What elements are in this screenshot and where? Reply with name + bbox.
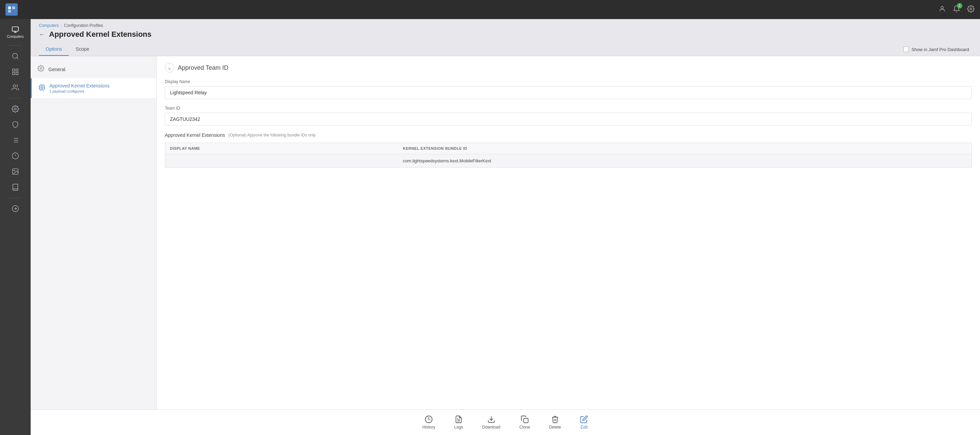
- general-item-info: General: [48, 67, 65, 72]
- svg-rect-10: [13, 69, 14, 71]
- app-logo: [5, 3, 18, 16]
- svg-point-15: [14, 108, 16, 110]
- ke-section-label: Approved Kernel Extensions (Optional) Ap…: [165, 132, 972, 138]
- tabs: Options Scope: [39, 43, 96, 56]
- tab-bar: Options Scope Show in Jamf Pro Dashboard: [39, 43, 972, 56]
- main-layout: Computers: [0, 19, 980, 435]
- svg-rect-1: [12, 6, 15, 9]
- svg-point-8: [13, 54, 18, 59]
- sidebar-item-updates[interactable]: [0, 149, 31, 162]
- cell-bundle-id: com.lightspeedsystems.kext.MobileFilterK…: [398, 154, 972, 168]
- delete-button[interactable]: Delete: [547, 414, 564, 431]
- team-id-input[interactable]: [165, 113, 972, 125]
- download-label: Download: [482, 425, 500, 430]
- sidebar-item-inventory[interactable]: [0, 65, 31, 78]
- display-name-field-group: Display Name: [165, 79, 972, 99]
- svg-point-3: [941, 6, 943, 8]
- logs-label: Logs: [454, 425, 463, 430]
- kernel-ext-icon: [38, 84, 45, 92]
- history-button[interactable]: History: [420, 414, 438, 431]
- svg-rect-31: [41, 86, 43, 88]
- ke-optional: (Optional) Approve the following bundle …: [229, 133, 316, 138]
- sidebar-item-security[interactable]: [0, 118, 31, 131]
- page-title: Approved Kernel Extensions: [49, 30, 151, 39]
- edit-label: Edit: [581, 425, 588, 430]
- svg-rect-2: [8, 10, 11, 13]
- sidebar-item-computers[interactable]: Computers: [0, 23, 31, 41]
- sidebar-item-computers-label: Computers: [7, 35, 24, 38]
- sidebar-item-logout[interactable]: [0, 202, 31, 215]
- svg-rect-11: [16, 69, 18, 71]
- logs-button[interactable]: Logs: [452, 414, 466, 431]
- breadcrumb-separator: :: [61, 23, 62, 28]
- display-name-label: Display Name: [165, 79, 972, 84]
- svg-point-14: [13, 85, 16, 87]
- kernel-ext-item-sub: 1 payload configured: [49, 89, 110, 93]
- clone-button[interactable]: Clone: [517, 414, 533, 431]
- right-panel: ⌄ Approved Team ID Display Name Team ID …: [157, 56, 980, 410]
- svg-rect-12: [13, 73, 14, 75]
- download-button[interactable]: Download: [479, 414, 503, 431]
- general-item-title: General: [48, 67, 65, 72]
- svg-point-29: [40, 68, 42, 70]
- svg-rect-0: [8, 6, 11, 9]
- sidebar-divider-2: [8, 98, 22, 98]
- sidebar-item-reports[interactable]: [0, 134, 31, 147]
- back-arrow-button[interactable]: ←: [39, 31, 45, 38]
- delete-label: Delete: [549, 425, 561, 430]
- sidebar-item-books[interactable]: [0, 181, 31, 194]
- breadcrumb-current: Configuration Profiles: [64, 23, 103, 28]
- sidebar-divider-3: [8, 198, 22, 198]
- left-panel: General Approved Kernel Extensions 1 pay…: [31, 56, 157, 410]
- history-label: History: [423, 425, 435, 430]
- sidebar: Computers: [0, 19, 31, 435]
- sidebar-item-search[interactable]: [0, 50, 31, 63]
- svg-point-26: [14, 170, 14, 171]
- svg-rect-13: [16, 73, 18, 75]
- col-display-name: DISPLAY NAME: [165, 143, 398, 154]
- svg-rect-5: [12, 27, 18, 31]
- breadcrumb: Computers : Configuration Profiles: [39, 23, 972, 28]
- svg-rect-30: [40, 85, 44, 89]
- content-area: Computers : Configuration Profiles ← App…: [31, 19, 980, 435]
- bell-icon[interactable]: 1: [953, 5, 960, 14]
- page-header: Computers : Configuration Profiles ← App…: [31, 19, 980, 56]
- topbar-actions: 1: [939, 5, 975, 14]
- notification-badge: 1: [957, 3, 962, 8]
- general-icon: [37, 65, 44, 73]
- action-bar: History Logs Download Clone: [31, 410, 980, 435]
- gear-icon[interactable]: [967, 5, 975, 14]
- cell-display-name: [165, 154, 398, 168]
- clone-label: Clone: [519, 425, 530, 430]
- sidebar-item-settings[interactable]: [0, 102, 31, 115]
- page-title-row: ← Approved Kernel Extensions: [39, 30, 972, 39]
- svg-line-9: [17, 57, 18, 59]
- user-icon[interactable]: [939, 5, 946, 14]
- breadcrumb-parent[interactable]: Computers: [39, 23, 59, 28]
- dashboard-checkbox[interactable]: [904, 47, 909, 52]
- display-name-input[interactable]: [165, 86, 972, 99]
- collapse-button[interactable]: ⌄: [165, 63, 174, 73]
- left-panel-item-general[interactable]: General: [31, 60, 156, 78]
- topbar: 1: [0, 0, 980, 19]
- edit-button[interactable]: Edit: [577, 414, 591, 431]
- team-id-label: Team ID: [165, 106, 972, 111]
- dashboard-checkbox-row: Show in Jamf Pro Dashboard: [904, 47, 972, 52]
- col-bundle-id: KERNEL EXTENSION BUNDLE ID: [398, 143, 972, 154]
- section-title: Approved Team ID: [178, 64, 229, 71]
- sidebar-item-media[interactable]: [0, 165, 31, 178]
- svg-point-4: [970, 8, 972, 10]
- dashboard-checkbox-label: Show in Jamf Pro Dashboard: [912, 47, 969, 52]
- kernel-ext-item-title: Approved Kernel Extensions: [49, 83, 110, 89]
- sidebar-item-users[interactable]: [0, 81, 31, 94]
- ke-label: Approved Kernel Extensions: [165, 132, 225, 138]
- kernel-ext-item-info: Approved Kernel Extensions 1 payload con…: [49, 83, 110, 93]
- svg-rect-44: [524, 418, 528, 423]
- left-panel-item-kernel-ext[interactable]: Approved Kernel Extensions 1 payload con…: [31, 78, 156, 98]
- sidebar-divider-1: [8, 45, 22, 46]
- team-id-field-group: Team ID: [165, 106, 972, 125]
- ke-table: DISPLAY NAME KERNEL EXTENSION BUNDLE ID …: [165, 143, 972, 168]
- section-header: ⌄ Approved Team ID: [165, 63, 972, 73]
- tab-scope[interactable]: Scope: [69, 43, 96, 56]
- tab-options[interactable]: Options: [39, 43, 69, 56]
